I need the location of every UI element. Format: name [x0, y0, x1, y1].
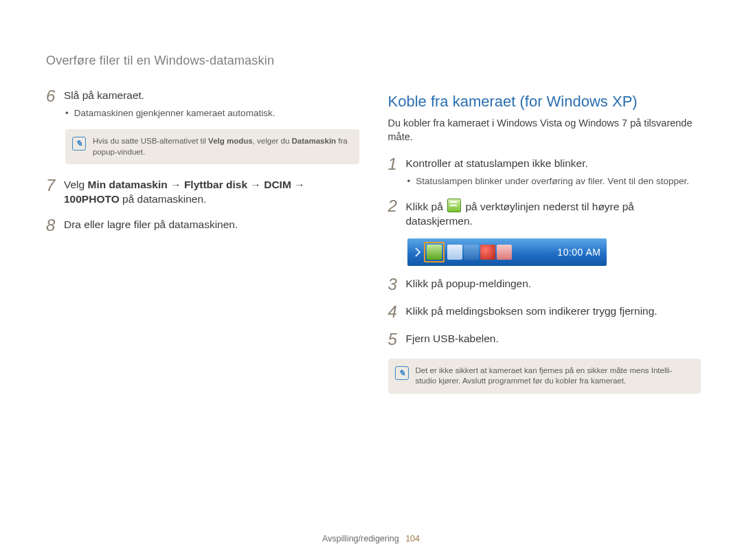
step-number: 3: [388, 276, 406, 293]
note-text: Hvis du satte USB-alternativet til Velg …: [93, 136, 351, 157]
chevron-icon: [413, 243, 423, 262]
section-title: Koble fra kameraet (for Windows XP): [388, 93, 701, 111]
tray-clock: 10:00 AM: [557, 247, 600, 258]
step-bullet: Datamaskinen gjenkjenner kameraet automa…: [64, 107, 275, 120]
step-number: 7: [46, 177, 64, 207]
tray-icon: [497, 245, 512, 260]
step-text: Klikk på meldingsboksen som indikerer tr…: [406, 305, 657, 317]
page-footer: Avspilling/redigering 104: [0, 534, 742, 544]
step-number: 8: [46, 216, 64, 234]
step-body: Kontroller at statuslampen ikke blinker.…: [406, 155, 689, 188]
left-column: 6 Slå på kameraet. Datamaskinen gjenkjen…: [46, 87, 359, 406]
step-text: Fjern USB-kabelen.: [406, 333, 499, 344]
footer-section: Avspilling/redigering: [322, 534, 399, 544]
step-text: Slå på kameraet.: [64, 89, 144, 101]
tray-icon: [447, 245, 462, 260]
step-3: 3 Klikk på popup-meldingen.: [388, 276, 701, 293]
columns: 6 Slå på kameraet. Datamaskinen gjenkjen…: [46, 87, 701, 406]
step-body: Slå på kameraet. Datamaskinen gjenkjenne…: [64, 87, 275, 120]
step-number: 4: [388, 303, 406, 321]
step-body: Velg Min datamaskin → Flyttbar disk → DC…: [64, 177, 359, 207]
note-text: Det er ikke sikkert at kameraet kan fjer…: [416, 366, 693, 387]
step-6: 6 Slå på kameraet. Datamaskinen gjenkjen…: [46, 87, 359, 120]
step-text: Dra eller lagre filer på datamaskinen.: [64, 219, 238, 230]
safely-remove-icon: [447, 199, 461, 212]
page: Overføre filer til en Windows-datamaskin…: [0, 0, 742, 560]
tray-highlight: [424, 242, 445, 262]
step-5: 5 Fjern USB-kabelen.: [388, 331, 701, 348]
systray-screenshot: 10:00 AM: [407, 238, 607, 266]
section-subtext: Du kobler fra kameraet i Windows Vista o…: [388, 116, 701, 144]
page-title: Overføre filer til en Windows-datamaskin: [46, 54, 701, 68]
step-bullet: Statuslampen blinker under overføring av…: [406, 175, 689, 188]
step-number: 1: [388, 155, 406, 188]
step-body: Dra eller lagre filer på datamaskinen.: [64, 216, 238, 234]
step-body: Klikk på popup-meldingen.: [406, 276, 532, 293]
step-body: Fjern USB-kabelen.: [406, 331, 499, 348]
step-body: Klikk på på verktøylinjen nederst til hø…: [406, 197, 701, 229]
tray-volume-icon: [480, 245, 495, 260]
note-intellistudio: ✎ Det er ikke sikkert at kameraet kan fj…: [388, 359, 701, 394]
step-number: 2: [388, 197, 406, 229]
note-icon: ✎: [395, 366, 409, 380]
right-column: Koble fra kameraet (for Windows XP) Du k…: [388, 87, 701, 406]
step-body: Klikk på meldingsboksen som indikerer tr…: [406, 303, 657, 321]
step-number: 5: [388, 331, 406, 348]
note-usb: ✎ Hvis du satte USB-alternativet til Vel…: [65, 129, 359, 164]
step-4: 4 Klikk på meldingsboksen som indikerer …: [388, 303, 701, 321]
step-number: 6: [46, 87, 64, 120]
tray-icon: [464, 245, 479, 260]
step-7: 7 Velg Min datamaskin → Flyttbar disk → …: [46, 177, 359, 207]
step-text: Kontroller at statuslampen ikke blinker.: [406, 157, 588, 169]
note-icon: ✎: [72, 137, 86, 150]
tray-safely-remove-icon: [427, 245, 442, 260]
footer-page-number: 104: [405, 534, 420, 544]
step-8: 8 Dra eller lagre filer på datamaskinen.: [46, 216, 359, 234]
step-1: 1 Kontroller at statuslampen ikke blinke…: [388, 155, 701, 188]
step-text: Klikk på popup-meldingen.: [406, 278, 532, 289]
step-2: 2 Klikk på på verktøylinjen nederst til …: [388, 197, 701, 229]
